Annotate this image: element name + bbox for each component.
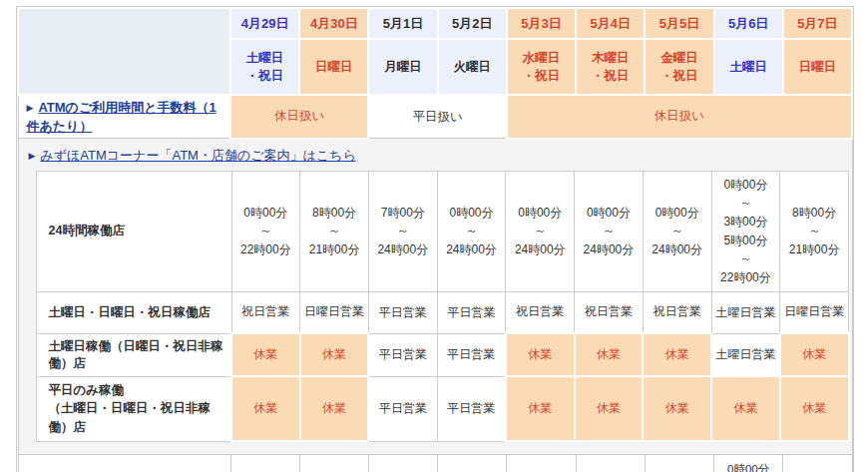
- mizuho-atm-info-link[interactable]: ▶みずほATMコーナー「ATM・店舗のご案内」はこちら: [29, 148, 356, 163]
- atm-fee-link-label: ATMのご利用時間と手数料（1件あたり）: [27, 100, 217, 134]
- schedule-cell: 0時00分 ～ 3時00分 5時00分 ～ 22時00分: [711, 171, 780, 291]
- schedule-row-weekday-only: 平日のみ稼働 （土曜日・日曜日・祝日非稼働）店 休業 休業 平日営業 平日営業 …: [36, 376, 849, 441]
- schedule-cell: 0時00分 ～ 22時00分: [231, 171, 300, 291]
- branch-schedule-table: 24時間稼働店 0時00分 ～ 22時00分 8時00分 ～ 21時00分 7時…: [36, 171, 850, 443]
- schedule-cell: 土曜日営業: [711, 333, 780, 376]
- schedule-cell: 休業: [711, 376, 780, 441]
- atm-schedule-table-wrapper: 4月29日 4月30日 5月1日 5月2日 5月3日 5月4日 5月5日 5月6…: [16, 6, 854, 472]
- row-label: 土曜日稼働（日曜日・祝日非稼働）店: [36, 333, 231, 376]
- schedule-cell: 日曜日営業: [780, 291, 849, 333]
- schedule-cell: 0時00分 ～ 24時00分: [438, 455, 507, 472]
- schedule-cell: 8時00分 ～ 21時00分: [780, 171, 849, 291]
- schedule-cell: 休業: [231, 376, 300, 441]
- date-header-cell: 4月30日: [299, 8, 368, 39]
- atm-schedule-table: 4月29日 4月30日 5月1日 5月2日 5月3日 5月4日 5月5日 5月6…: [17, 7, 853, 472]
- date-header-cell: 5月4日: [576, 8, 645, 39]
- schedule-cell: 0時00分 ～ 24時00分: [507, 455, 576, 472]
- schedule-cell: 8時00分 ～ 21時00分: [300, 171, 369, 291]
- schedule-cell: 平日営業: [368, 291, 437, 333]
- atm-fee-link[interactable]: ▶ATMのご利用時間と手数料（1件あたり）: [27, 100, 217, 134]
- mizuho-section-row: ▶みずほATMコーナー「ATM・店舗のご案内」はこちら 24時間稼働店 0時00…: [18, 139, 852, 455]
- holiday-treatment-cell: 休日扱い: [230, 95, 368, 139]
- mizuho-section-cell: ▶みずほATMコーナー「ATM・店舗のご案内」はこちら 24時間稼働店 0時00…: [18, 139, 852, 455]
- schedule-cell: 0時00分 ～ 24時00分: [437, 171, 506, 291]
- day-header-cell: 土曜日 ・祝日: [230, 39, 299, 95]
- date-header-cell: 5月7日: [783, 8, 852, 39]
- schedule-cell: 平日営業: [368, 333, 437, 376]
- day-header-cell: 火曜日: [438, 39, 507, 95]
- date-header-cell: 4月29日: [230, 8, 299, 39]
- holiday-treatment-cell: 休日扱い: [507, 95, 852, 139]
- schedule-cell: 休業: [506, 376, 575, 441]
- schedule-cell: 0時00分 ～ 24時00分: [643, 171, 711, 291]
- schedule-cell: 平日営業: [437, 333, 506, 376]
- schedule-cell: 休業: [575, 376, 644, 441]
- date-header-cell: 5月1日: [368, 8, 437, 39]
- schedule-cell: 8時00分 ～ 24時00分: [783, 455, 852, 472]
- mizuho-link-line: ▶みずほATMコーナー「ATM・店舗のご案内」はこちら: [19, 140, 852, 171]
- schedule-cell: 7時00分 ～ 24時00分: [368, 171, 437, 291]
- schedule-cell: 休業: [575, 333, 644, 376]
- day-header-cell: 土曜日: [714, 39, 783, 95]
- aeon-label-cell: イオン銀行ATM*2 * 店舗によって営業時間が異なる場合がござ います。: [18, 455, 230, 472]
- schedule-cell: 休業: [643, 333, 711, 376]
- atm-schedule-page: 4月29日 4月30日 5月1日 5月2日 5月3日 5月4日 5月5日 5月6…: [0, 0, 868, 472]
- atm-fee-row: ▶ATMのご利用時間と手数料（1件あたり） 休日扱い 平日扱い 休日扱い: [18, 95, 852, 139]
- weekday-treatment-cell: 平日扱い: [368, 95, 506, 139]
- schedule-cell: 休業: [780, 376, 849, 441]
- schedule-cell: 祝日営業: [231, 291, 300, 333]
- schedule-cell: 0時00分 ～ 24時00分: [645, 455, 713, 472]
- schedule-cell: 平日営業: [437, 376, 506, 441]
- schedule-cell: 0時00分 ～ 24時00分: [506, 171, 575, 291]
- day-header-cell: 月曜日: [368, 39, 437, 95]
- day-header-cell: 日曜日: [783, 39, 852, 95]
- schedule-cell: 祝日営業: [643, 291, 711, 333]
- schedule-cell: 休業: [231, 333, 300, 376]
- schedule-row-24h: 24時間稼働店 0時00分 ～ 22時00分 8時00分 ～ 21時00分 7時…: [36, 171, 849, 291]
- schedule-cell: 休業: [300, 333, 369, 376]
- triangle-bullet-icon: ▶: [27, 103, 34, 113]
- schedule-cell: 0時00分 ～ 22時00分: [230, 455, 299, 472]
- schedule-cell: 休業: [643, 376, 711, 441]
- day-header-cell: 金曜日 ・祝日: [645, 39, 713, 95]
- schedule-row-weekend-holiday: 土曜日・日曜日・祝日稼働店 祝日営業 日曜日営業 平日営業 平日営業 祝日営業 …: [36, 291, 849, 333]
- schedule-row-saturday-only: 土曜日稼働（日曜日・祝日非稼働）店 休業 休業 平日営業 平日営業 休業 休業 …: [36, 333, 849, 376]
- atm-fee-label-cell: ▶ATMのご利用時間と手数料（1件あたり）: [18, 95, 230, 139]
- schedule-cell: 0時00分 ～ 24時00分: [576, 455, 645, 472]
- day-header-cell: 水曜日 ・祝日: [507, 39, 576, 95]
- date-header-cell: 5月2日: [438, 8, 507, 39]
- schedule-cell: 0時00分 ～ 3時00分 5時00分 ～ 22時00分: [714, 455, 783, 472]
- schedule-cell: 休業: [780, 333, 849, 376]
- mizuho-atm-info-link-label: みずほATMコーナー「ATM・店舗のご案内」はこちら: [40, 148, 355, 163]
- aeon-atm-row: イオン銀行ATM*2 * 店舗によって営業時間が異なる場合がござ います。 0時…: [18, 455, 852, 472]
- day-header-cell: 木曜日 ・祝日: [576, 39, 645, 95]
- schedule-cell: 土曜日営業: [711, 291, 780, 333]
- schedule-cell: 休業: [506, 333, 575, 376]
- date-header-cell: 5月3日: [507, 8, 576, 39]
- schedule-cell: 平日営業: [368, 376, 437, 441]
- triangle-bullet-icon: ▶: [29, 151, 36, 161]
- date-header-cell: 5月6日: [714, 8, 783, 39]
- schedule-cell: 日曜日営業: [300, 291, 369, 333]
- date-header-cell: 5月5日: [645, 8, 713, 39]
- schedule-cell: 祝日営業: [575, 291, 644, 333]
- schedule-cell: 休業: [300, 376, 369, 441]
- row-label: 土曜日・日曜日・祝日稼働店: [36, 291, 231, 333]
- schedule-cell: 8時00分 ～ 24時00分: [299, 455, 368, 472]
- row-label: 平日のみ稼働 （土曜日・日曜日・祝日非稼働）店: [36, 376, 231, 441]
- row-label: 24時間稼働店: [36, 171, 231, 291]
- schedule-cell: 0時00分 ～ 24時00分: [575, 171, 644, 291]
- schedule-cell: 祝日営業: [506, 291, 575, 333]
- schedule-cell: 0時00分 ～ 24時00分: [368, 455, 437, 472]
- day-header-cell: 日曜日: [299, 39, 368, 95]
- date-header-row: 4月29日 4月30日 5月1日 5月2日 5月3日 5月4日 5月5日 5月6…: [18, 8, 852, 39]
- schedule-cell: 平日営業: [437, 291, 506, 333]
- corner-cell: [18, 8, 230, 95]
